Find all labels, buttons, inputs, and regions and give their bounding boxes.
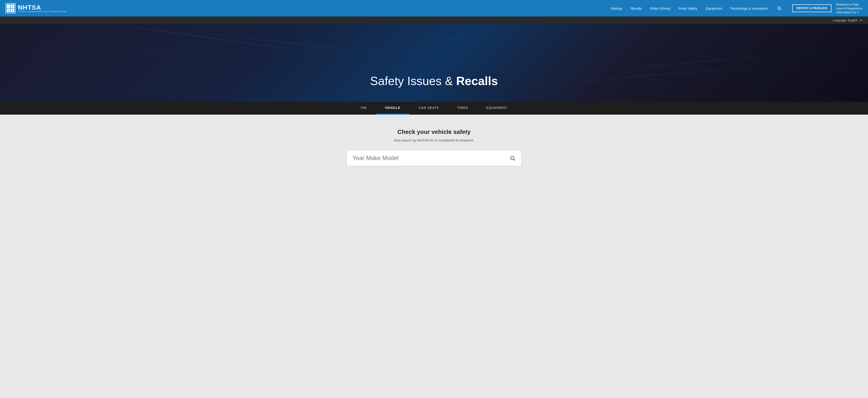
tab-tires[interactable]: TIRES <box>448 102 477 115</box>
search-icon-button[interactable] <box>776 5 782 11</box>
logo-text: NHTSA National Highway Traffic Safety Ad… <box>18 4 67 12</box>
main-nav: Ratings Recalls Risky Driving Road Safet… <box>611 5 782 11</box>
logo-icon-cell-4: ✿ <box>11 8 14 12</box>
logo-nhtsa-text: NHTSA <box>18 4 67 11</box>
tab-vehicle[interactable]: VEHICLE <box>376 102 410 115</box>
logo-icon-grid: ☺ ★ ▲ ✿ <box>5 3 16 13</box>
search-submit-icon <box>509 155 516 161</box>
nav-risky-driving[interactable]: Risky Driving <box>650 6 670 10</box>
nav-road-safety[interactable]: Road Safety <box>679 6 698 10</box>
logo-link[interactable]: ☺ ★ ▲ ✿ NHTSA National Highway Traffic S… <box>5 3 67 13</box>
nav-ratings[interactable]: Ratings <box>611 6 622 10</box>
search-box <box>347 150 521 166</box>
search-section-subtitle: Also search by NHTSA ID or complaints by… <box>394 138 474 142</box>
svg-line-3 <box>514 159 515 160</box>
streak-8 <box>88 73 259 100</box>
nav-equipment[interactable]: Equipment <box>706 6 722 10</box>
logo-icon-cell-3: ▲ <box>7 8 10 12</box>
right-nav: Research & Data Laws & Regulations Infor… <box>836 3 863 14</box>
language-bar: Language: English Spanish French Chinese <box>0 17 868 24</box>
logo-icon-cell-1: ☺ <box>7 4 10 8</box>
nav-tech-innovation[interactable]: Technology & Innovation <box>730 6 768 10</box>
streak-4 <box>521 49 850 78</box>
main-content: Check your vehicle safety Also search by… <box>0 115 868 184</box>
language-label: Language: <box>833 19 847 22</box>
language-select[interactable]: English Spanish French Chinese <box>847 18 863 22</box>
tab-equipment[interactable]: EQUIPMENT <box>477 102 517 115</box>
search-icon <box>777 6 782 10</box>
nav-recalls[interactable]: Recalls <box>630 6 642 10</box>
hero-title-area: Safety Issues & Recalls <box>370 74 498 102</box>
tab-vin[interactable]: VIN <box>351 102 376 115</box>
chevron-down-icon: ▼ <box>857 11 859 13</box>
report-problem-button[interactable]: Report a Problem <box>792 4 832 12</box>
tabs-bar: VIN VEHICLE CAR SEATS TIRES EQUIPMENT <box>0 102 868 115</box>
search-section-title: Check your vehicle safety <box>397 128 470 135</box>
streak-1 <box>45 24 346 57</box>
streak-6 <box>478 64 754 94</box>
site-header: ☺ ★ ▲ ✿ NHTSA National Highway Traffic S… <box>0 0 868 17</box>
vehicle-search-input[interactable] <box>350 150 508 166</box>
search-submit-button[interactable] <box>508 153 518 163</box>
streak-2 <box>174 31 416 57</box>
hero-title: Safety Issues & Recalls <box>370 74 498 88</box>
tab-car-seats[interactable]: CAR SEATS <box>409 102 448 115</box>
hero-section: Safety Issues & Recalls <box>0 24 868 102</box>
streak-3 <box>70 39 259 63</box>
logo-subtitle-text: National Highway Traffic Safety Administ… <box>18 11 67 12</box>
svg-line-1 <box>780 9 781 10</box>
logo-icon-cell-2: ★ <box>11 4 14 8</box>
nav-information-for[interactable]: Information For ▼ <box>836 10 859 14</box>
streak-7 <box>391 35 547 44</box>
nav-laws-regulations[interactable]: Laws & Regulations <box>836 7 863 10</box>
nav-research-data[interactable]: Research & Data <box>836 3 859 6</box>
